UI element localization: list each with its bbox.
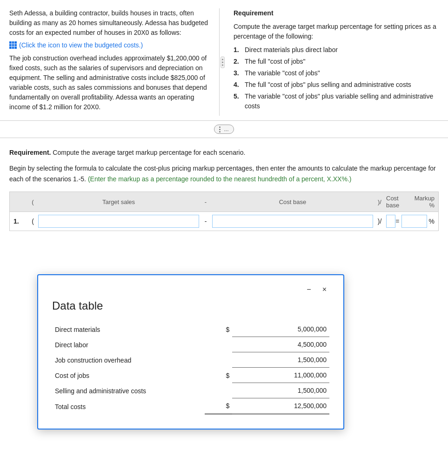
data-table: Direct materials $ 5,000,000 Direct labo…	[52, 322, 329, 415]
list-item: 4. The full "cost of jobs" plus selling …	[234, 80, 439, 90]
item-num: 4.	[234, 80, 242, 90]
row-label: Total costs	[52, 398, 205, 414]
header-markup: Markup %	[397, 195, 435, 209]
row-paren-close: )/	[375, 218, 384, 225]
target-sales-input[interactable]	[38, 215, 199, 228]
markup-label-2: %	[429, 202, 435, 209]
item-text: The full "cost of jobs"	[245, 57, 306, 66]
req-text: Compute the average target markup percen…	[51, 149, 245, 156]
row-dollar	[205, 383, 233, 398]
item-num: 2.	[234, 57, 242, 66]
item-text: Direct materials plus direct labor	[245, 45, 338, 55]
icon-link[interactable]: (Click the icon to view the budgeted cos…	[9, 41, 143, 49]
row-dollar: $	[205, 398, 233, 414]
minimize-button[interactable]: −	[304, 284, 314, 295]
panel-resize-handle[interactable]	[221, 56, 225, 68]
row-input-2-wrapper	[212, 215, 373, 228]
modal-titlebar: − ×	[52, 284, 329, 295]
row-dollar	[205, 352, 233, 368]
grid-icon	[9, 41, 17, 49]
table-row: Job construction overhead 1,500,000	[52, 352, 329, 368]
row-label: Direct labor	[52, 337, 205, 352]
item-num: 5.	[234, 92, 242, 111]
row-result: = %	[397, 215, 435, 228]
drag-dots	[219, 126, 221, 132]
data-table-modal: − × Data table Direct materials $ 5,000,…	[37, 274, 344, 430]
row-label: Selling and administrative costs	[52, 383, 205, 398]
row-label: Cost of jobs	[52, 368, 205, 383]
table-row: Selling and administrative costs 1,500,0…	[52, 383, 329, 398]
formula-row-1: 1. ( - )/ = %	[9, 212, 439, 231]
item-text: The variable "cost of jobs" plus variabl…	[245, 92, 439, 111]
item-num: 1.	[234, 45, 242, 55]
instruction-green: (Enter the markup as a percentage rounde…	[86, 175, 351, 183]
item-text: The variable "cost of jobs"	[245, 68, 320, 78]
left-text-2: The job construction overhead includes a…	[9, 53, 214, 112]
header-target-sales: Target sales	[38, 198, 199, 205]
icon-link-text: (Click the icon to view the budgeted cos…	[19, 41, 143, 49]
row-amount: 11,000,000	[232, 368, 329, 383]
requirement-title: Requirement	[234, 8, 439, 18]
header-paren-open: (	[29, 198, 36, 205]
markup-pct-input[interactable]	[401, 215, 427, 228]
list-item: 1. Direct materials plus direct labor	[234, 45, 439, 55]
eq-sign: =	[395, 218, 399, 225]
header-paren-close: )/	[375, 198, 384, 205]
close-button[interactable]: ×	[320, 284, 329, 295]
row-amount: 12,500,000	[232, 398, 329, 414]
requirement-paragraph: Requirement. Compute the average target …	[9, 147, 439, 158]
list-item: 2. The full "cost of jobs"	[234, 57, 439, 66]
markup-label-1: Markup	[415, 195, 435, 202]
right-panel: Requirement Compute the average target m…	[229, 8, 439, 116]
item-num: 3.	[234, 68, 242, 78]
row-amount: 1,500,000	[232, 352, 329, 368]
table-row: Direct labor 4,500,000	[52, 337, 329, 352]
list-item: 5. The variable "cost of jobs" plus vari…	[234, 92, 439, 111]
modal-title: Data table	[52, 299, 329, 312]
divider-button[interactable]: ...	[214, 125, 234, 134]
divisor-input[interactable]	[386, 215, 395, 228]
req-bold: Requirement.	[9, 149, 51, 156]
row-num-1: 1.	[13, 218, 27, 225]
cost-base-input[interactable]	[212, 215, 373, 228]
instruction-paragraph: Begin by selecting the formula to calcul…	[9, 163, 439, 184]
row-amount: 1,500,000	[232, 383, 329, 398]
requirement-list: 1. Direct materials plus direct labor 2.…	[234, 45, 439, 111]
left-panel: Seth Adessa, a building contractor, buil…	[9, 8, 220, 116]
row-paren-open: (	[29, 218, 36, 225]
row-label: Direct materials	[52, 322, 205, 337]
pct-sign: %	[429, 218, 435, 225]
row-input-1-wrapper	[38, 215, 199, 228]
table-row: Total costs $ 12,500,000	[52, 398, 329, 414]
top-section: Seth Adessa, a building contractor, buil…	[0, 0, 448, 121]
divider-row: ...	[0, 121, 448, 138]
header-cost-base-2: Cost base	[386, 195, 395, 209]
row-input-3-wrapper	[386, 215, 395, 228]
requirement-intro: Compute the average target markup percen…	[234, 22, 439, 41]
row-minus: -	[201, 218, 210, 225]
header-minus: -	[201, 198, 210, 205]
row-dollar	[205, 337, 233, 352]
table-row: Cost of jobs $ 11,000,000	[52, 368, 329, 383]
divider-btn-label: ...	[224, 126, 228, 132]
formula-area: ( Target sales - Cost base )/ Cost base …	[9, 192, 439, 231]
header-cost-base-1: Cost base	[212, 198, 373, 205]
svg-rect-0	[9, 41, 17, 49]
row-amount: 5,000,000	[232, 322, 329, 337]
row-label: Job construction overhead	[52, 352, 205, 368]
row-dollar: $	[205, 368, 233, 383]
row-dollar: $	[205, 322, 233, 337]
item-text: The full "cost of jobs" plus selling and…	[245, 80, 411, 90]
formula-header-row: ( Target sales - Cost base )/ Cost base …	[9, 192, 439, 212]
main-content: Requirement. Compute the average target …	[0, 138, 448, 231]
left-text-1: Seth Adessa, a building contractor, buil…	[9, 8, 214, 38]
list-item: 3. The variable "cost of jobs"	[234, 68, 439, 78]
row-amount: 4,500,000	[232, 337, 329, 352]
table-row: Direct materials $ 5,000,000	[52, 322, 329, 337]
